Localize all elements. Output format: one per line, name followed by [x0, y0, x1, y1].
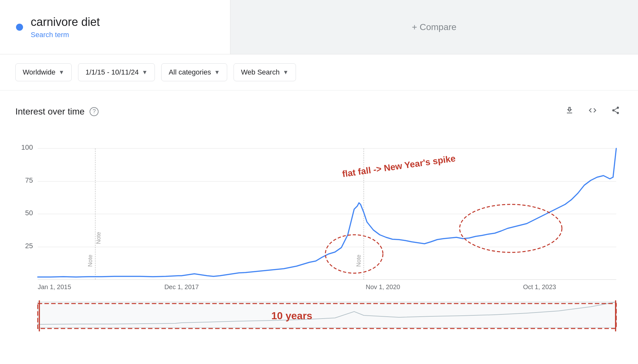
- category-chevron: ▼: [214, 69, 220, 76]
- svg-text:100: 100: [21, 143, 33, 151]
- svg-point-19: [460, 204, 562, 252]
- navigator-container[interactable]: 10 years: [15, 299, 623, 334]
- compare-box: + Compare: [230, 0, 638, 54]
- help-icon[interactable]: ?: [90, 107, 99, 116]
- svg-text:25: 25: [25, 242, 33, 250]
- svg-point-18: [325, 235, 383, 273]
- category-filter[interactable]: All categories ▼: [161, 63, 227, 81]
- location-chevron: ▼: [59, 69, 64, 76]
- search-type-chevron: ▼: [283, 69, 289, 76]
- svg-text:50: 50: [25, 209, 33, 217]
- download-icon: [565, 106, 574, 115]
- search-type-filter[interactable]: Web Search ▼: [234, 63, 296, 81]
- svg-text:Note: Note: [95, 232, 102, 244]
- search-header: carnivore diet Search term + Compare: [0, 0, 638, 54]
- chart-actions: [562, 103, 623, 120]
- svg-text:Dec 1, 2017: Dec 1, 2017: [164, 283, 199, 290]
- chart-title: Interest over time: [15, 107, 84, 117]
- date-range-label: 1/1/15 - 10/11/24: [85, 68, 139, 76]
- svg-text:75: 75: [25, 176, 33, 184]
- search-term-title: carnivore diet: [31, 15, 100, 29]
- svg-text:Jan 1, 2015: Jan 1, 2015: [38, 283, 71, 290]
- search-type-label: Web Search: [241, 68, 280, 76]
- share-button[interactable]: [609, 103, 623, 120]
- navigator-svg: [15, 299, 623, 334]
- search-dot: [16, 24, 23, 31]
- embed-icon: [588, 106, 597, 115]
- chart-svg: 100 75 50 25 Jan 1, 2015 Dec 1, 2017 Nov…: [15, 129, 623, 296]
- category-label: All categories: [169, 68, 211, 76]
- search-term-subtitle: Search term: [31, 31, 100, 39]
- chart-section: Interest over time ?: [0, 91, 638, 340]
- share-icon: [611, 106, 620, 115]
- term-text: carnivore diet Search term: [31, 15, 100, 39]
- location-filter[interactable]: Worldwide ▼: [15, 63, 72, 81]
- location-label: Worldwide: [23, 68, 55, 76]
- compare-button[interactable]: + Compare: [402, 17, 467, 37]
- embed-button[interactable]: [586, 103, 600, 120]
- chart-title-group: Interest over time ?: [15, 107, 99, 117]
- svg-text:Oct 1, 2023: Oct 1, 2023: [523, 283, 556, 290]
- date-range-filter[interactable]: 1/1/15 - 10/11/24 ▼: [78, 63, 155, 81]
- svg-text:Nov 1, 2020: Nov 1, 2020: [366, 283, 400, 290]
- svg-text:Note: Note: [87, 255, 93, 267]
- chart-container: 100 75 50 25 Jan 1, 2015 Dec 1, 2017 Nov…: [15, 129, 623, 296]
- download-button[interactable]: [562, 103, 577, 120]
- search-term-box: carnivore diet Search term: [0, 0, 230, 54]
- date-chevron: ▼: [142, 69, 148, 76]
- svg-text:Note: Note: [355, 255, 362, 267]
- filter-bar: Worldwide ▼ 1/1/15 - 10/11/24 ▼ All cate…: [0, 54, 638, 91]
- chart-header: Interest over time ?: [15, 103, 623, 120]
